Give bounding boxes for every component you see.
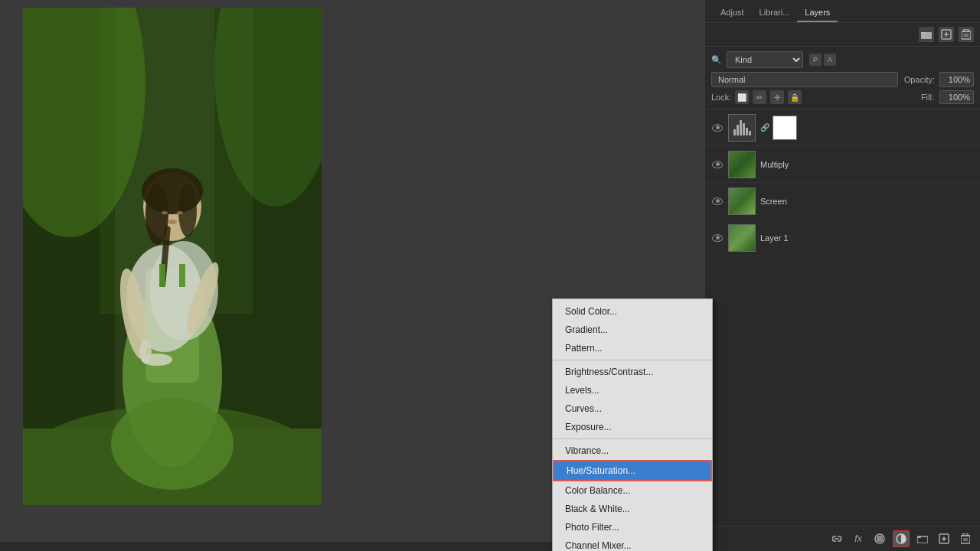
new-adjustment-icon[interactable]	[893, 530, 910, 547]
layer-thumb-screen	[728, 187, 756, 215]
kind-select[interactable]: Kind	[727, 51, 803, 68]
layer-item-1[interactable]: Layer 1	[705, 220, 980, 256]
layers-controls: 🔍 Kind P A Normal Opacity: 100% Lock: ⬜ …	[705, 47, 980, 109]
lock-transparency-icon[interactable]: ⬜	[735, 90, 749, 104]
dropdown-menu: Solid Color... Gradient... Pattern... Br…	[552, 298, 713, 551]
new-layer-icon[interactable]	[939, 27, 954, 42]
menu-solid-color[interactable]: Solid Color...	[553, 302, 712, 321]
menu-channel-mixer[interactable]: Channel Mixer...	[553, 536, 712, 551]
blend-mode-row: Normal Opacity: 100%	[711, 72, 974, 87]
menu-color-balance[interactable]: Color Balance...	[553, 481, 712, 500]
svg-rect-27	[23, 8, 322, 505]
menu-photo-filter[interactable]: Photo Filter...	[553, 518, 712, 536]
menu-levels[interactable]: Levels...	[553, 381, 712, 399]
layer-item-screen[interactable]: Screen	[705, 183, 980, 220]
layer-thumb-adj	[728, 114, 756, 142]
menu-exposure[interactable]: Exposure...	[553, 418, 712, 436]
filter-adj-icon[interactable]: A	[824, 54, 836, 66]
layer-list: 🔗 Multiply Screen Layer 1	[705, 109, 980, 526]
kind-row: 🔍 Kind P A	[711, 51, 974, 68]
menu-brightness-contrast[interactable]: Brightness/Contrast...	[553, 363, 712, 381]
add-mask-icon[interactable]	[871, 530, 888, 547]
histogram-bars	[733, 120, 751, 135]
eye-icon-4[interactable]	[712, 234, 723, 242]
filter-pixel-icon[interactable]: P	[809, 54, 822, 66]
opacity-label: Opacity:	[904, 75, 935, 84]
layer-visibility-3[interactable]	[710, 197, 725, 205]
menu-black-white[interactable]: Black & White...	[553, 500, 712, 518]
layer-visibility-4[interactable]	[710, 234, 725, 242]
svg-rect-41	[877, 536, 883, 542]
menu-pattern[interactable]: Pattern...	[553, 339, 712, 357]
folder-icon[interactable]	[919, 27, 934, 42]
fill-label: Fill:	[921, 93, 934, 102]
new-group-icon[interactable]	[914, 530, 931, 547]
layer-visibility-2[interactable]	[710, 161, 725, 168]
layer-thumb-1	[728, 224, 756, 252]
chain-icon-1: 🔗	[760, 123, 769, 132]
menu-divider-2	[553, 439, 712, 439]
tab-adjust[interactable]: Adjust	[713, 4, 752, 22]
tab-libraries[interactable]: Librari...	[752, 4, 798, 22]
layer-mask-white	[773, 116, 797, 140]
menu-curves[interactable]: Curves...	[553, 399, 712, 418]
menu-hue-saturation[interactable]: Hue/Saturation...	[553, 460, 712, 481]
create-layer-icon[interactable]	[936, 530, 952, 547]
layer-visibility-1[interactable]	[710, 124, 725, 132]
link-icon[interactable]	[828, 530, 845, 547]
layer-thumb-multiply	[728, 151, 756, 178]
svg-rect-53	[963, 533, 968, 536]
fill-value[interactable]: 100%	[939, 90, 974, 104]
lock-row: Lock: ⬜ ✏ ✛ 🔒 Fill: 100%	[711, 90, 974, 104]
lock-position-icon[interactable]: ✛	[770, 90, 784, 104]
menu-vibrance[interactable]: Vibrance...	[553, 442, 712, 460]
blend-mode-display[interactable]: Normal	[711, 72, 898, 87]
delete-icon[interactable]	[957, 530, 974, 547]
layer-item-multiply[interactable]: Multiply	[705, 146, 980, 183]
layer-item[interactable]: 🔗	[705, 109, 980, 146]
menu-divider-1	[553, 360, 712, 360]
right-panel: Adjust Librari... Layers 🔍 Kind P A	[704, 0, 980, 551]
opacity-value[interactable]: 100%	[939, 72, 974, 87]
photo-canvas	[23, 8, 322, 505]
eye-icon-3[interactable]	[712, 197, 723, 205]
tab-layers[interactable]: Layers	[797, 4, 838, 22]
svg-rect-44	[917, 536, 921, 538]
svg-rect-29	[921, 32, 926, 34]
bottom-toolbar: fx	[705, 526, 980, 551]
layer-name-screen: Screen	[760, 197, 975, 206]
panel-tabs: Adjust Librari... Layers	[705, 0, 980, 23]
delete-layer-icon[interactable]	[959, 27, 974, 42]
layer-name-multiply: Multiply	[760, 160, 975, 169]
lock-label: Lock:	[711, 93, 731, 102]
eye-icon-1[interactable]	[712, 124, 723, 132]
lock-paint-icon[interactable]: ✏	[753, 90, 766, 104]
svg-rect-38	[964, 29, 969, 31]
fx-icon[interactable]: fx	[850, 530, 867, 547]
layer-name-1-text: Layer 1	[760, 233, 975, 243]
panel-toolbar	[705, 23, 980, 47]
lock-all-icon[interactable]: 🔒	[788, 90, 802, 104]
eye-icon-2[interactable]	[712, 161, 723, 168]
menu-gradient[interactable]: Gradient...	[553, 321, 712, 339]
